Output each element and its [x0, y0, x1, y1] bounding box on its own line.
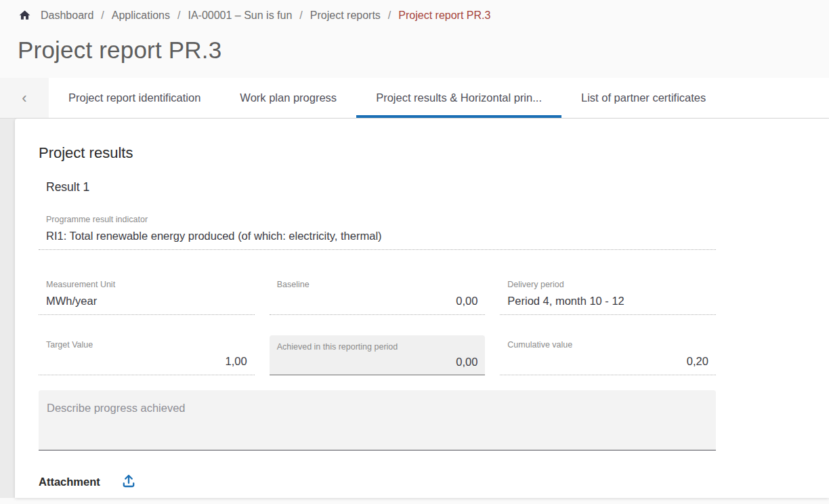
field-value: 0,00	[277, 293, 478, 308]
field-label: Baseline	[277, 279, 478, 291]
tab-label: Project report identification	[68, 91, 200, 104]
attachment-label: Attachment	[39, 476, 100, 488]
breadcrumb-separator: /	[177, 9, 180, 22]
tab-label: List of partner certificates	[581, 91, 706, 104]
page-title: Project report PR.3	[18, 37, 829, 64]
field-cumulative-value: Cumulative value 0,20	[500, 336, 716, 375]
upload-icon	[121, 473, 137, 491]
achieved-value-input[interactable]	[277, 356, 478, 369]
breadcrumb-project-reports[interactable]: Project reports	[310, 9, 381, 22]
upload-attachment-button[interactable]	[119, 471, 138, 492]
breadcrumb-application-id[interactable]: IA-00001 – Sun is fun	[188, 9, 292, 22]
describe-progress-textarea[interactable]	[39, 390, 716, 450]
field-achieved-in-reporting-period: Achieved in this reporting period	[270, 335, 486, 375]
tab-project-report-identification[interactable]: Project report identification	[49, 78, 220, 118]
field-value: 0,20	[507, 354, 708, 369]
field-measurement-unit: Measurement Unit MWh/year	[39, 276, 255, 315]
field-value: Period 4, month 10 - 12	[507, 293, 708, 308]
breadcrumb-applications[interactable]: Applications	[112, 9, 170, 22]
field-value: RI1: Total renewable energy produced (of…	[46, 228, 708, 243]
field-value: MWh/year	[46, 293, 247, 308]
field-label: Target Value	[46, 339, 247, 351]
field-value: 1,00	[46, 354, 247, 369]
field-label: Measurement Unit	[46, 279, 247, 291]
result-title: Result 1	[46, 180, 716, 194]
tab-label: Work plan progress	[240, 91, 337, 104]
tab-project-results-horizontal-principles[interactable]: Project results & Horizontal prin...	[356, 78, 561, 118]
tab-bar: ‹ Project report identification Work pla…	[0, 78, 829, 119]
tabs: Project report identification Work plan …	[49, 78, 829, 118]
field-target-value: Target Value 1,00	[39, 336, 255, 375]
tab-list-of-partner-certificates[interactable]: List of partner certificates	[561, 78, 725, 118]
tab-work-plan-progress[interactable]: Work plan progress	[220, 78, 356, 118]
field-label: Achieved in this reporting period	[277, 341, 478, 353]
field-label: Delivery period	[507, 279, 708, 291]
breadcrumb-separator: /	[101, 9, 104, 22]
field-label: Programme result indicator	[46, 214, 708, 226]
field-programme-result-indicator: Programme result indicator RI1: Total re…	[39, 211, 716, 250]
section-title: Project results	[39, 144, 716, 162]
field-label: Cumulative value	[507, 339, 708, 351]
chevron-left-icon: ‹	[22, 89, 26, 107]
field-baseline: Baseline 0,00	[270, 276, 486, 315]
breadcrumb-current-page: Project report PR.3	[398, 9, 490, 22]
breadcrumb-dashboard[interactable]: Dashboard	[41, 9, 93, 22]
attachment-section: Attachment	[39, 471, 716, 492]
breadcrumb-separator: /	[299, 9, 302, 22]
home-icon[interactable]	[18, 9, 31, 22]
tab-label: Project results & Horizontal prin...	[376, 91, 542, 104]
project-results-card: Project results Result 1 Programme resul…	[15, 119, 829, 498]
field-delivery-period: Delivery period Period 4, month 10 - 12	[500, 276, 716, 315]
tabs-scroll-left-button[interactable]: ‹	[0, 78, 49, 118]
content-area: Project results Result 1 Programme resul…	[0, 119, 829, 498]
breadcrumb: Dashboard / Applications / IA-00001 – Su…	[0, 0, 829, 22]
breadcrumb-separator: /	[388, 9, 391, 22]
